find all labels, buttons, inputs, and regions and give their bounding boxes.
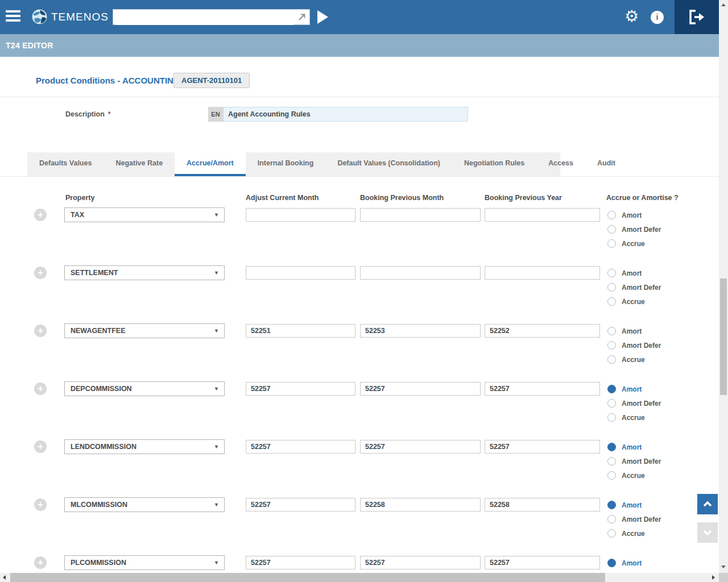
radio-amort-selected[interactable]: Amort [607, 442, 661, 452]
column-header-adjust-current-month: Adjust Current Month [246, 194, 318, 202]
tab-default-values-consolidation[interactable]: Default Values (Consolidation) [325, 152, 452, 176]
property-select[interactable]: LENDCOMMISSION ▼ [64, 439, 225, 454]
add-row-button[interactable]: + [34, 556, 47, 569]
booking-previous-month-input[interactable] [360, 324, 481, 338]
chevron-down-icon: ▼ [214, 382, 219, 396]
booking-previous-month-input[interactable] [360, 266, 481, 280]
property-select[interactable]: DEPCOMMISSION ▼ [64, 381, 225, 396]
adjust-current-month-input[interactable] [246, 498, 355, 512]
accrue-amortise-radio-group: Amort Amort Defer Accrue [607, 442, 661, 485]
temenos-globe-icon [31, 9, 48, 25]
scrollbar-right-arrow-icon[interactable] [712, 575, 715, 580]
radio-accrue[interactable]: Accrue [607, 413, 661, 422]
radio-amort-defer[interactable]: Amort Defer [607, 398, 661, 408]
radio-accrue[interactable]: Accrue [607, 239, 661, 248]
property-row: + NEWAGENTFEE ▼ Amort Amort Defer Accrue [0, 323, 719, 380]
radio-amort-defer[interactable]: Amort Defer [607, 282, 661, 292]
property-row: + MLCOMMISSION ▼ Amort Amort Defer Accru… [0, 497, 719, 554]
radio-amort-defer[interactable]: Amort Defer [607, 225, 661, 234]
booking-previous-month-input[interactable] [360, 382, 481, 396]
info-icon[interactable]: i [651, 11, 664, 24]
property-select-value: PLCOMMISSION [71, 556, 126, 569]
radio-amort-selected[interactable]: Amort [607, 500, 661, 510]
gear-icon[interactable]: ⚙ [624, 0, 639, 34]
tab-negotiation-rules[interactable]: Negotiation Rules [452, 152, 536, 176]
radio-accrue[interactable]: Accrue [607, 471, 661, 480]
booking-previous-month-input[interactable] [360, 556, 481, 569]
adjust-current-month-input[interactable] [246, 324, 355, 338]
go-button[interactable] [317, 10, 328, 24]
radio-circle [607, 355, 616, 364]
scrollbar-corner [719, 573, 728, 582]
tab-audit[interactable]: Audit [585, 152, 627, 176]
tab-strip: Defaults Values Negative Rate Accrue/Amo… [27, 152, 560, 176]
radio-amort-selected[interactable]: Amort [607, 558, 661, 568]
add-row-button[interactable]: + [34, 440, 47, 453]
scrollbar-up-arrow-icon[interactable] [721, 3, 726, 6]
scrollbar-left-arrow-icon[interactable] [3, 575, 6, 580]
booking-previous-month-input[interactable] [360, 498, 481, 512]
divider [0, 176, 719, 177]
adjust-current-month-input[interactable] [246, 266, 355, 280]
horizontal-scrollbar[interactable] [0, 573, 719, 582]
add-row-button[interactable]: + [34, 209, 47, 221]
vertical-scrollbar[interactable] [719, 0, 728, 573]
adjust-current-month-input[interactable] [246, 208, 355, 222]
booking-previous-month-input[interactable] [360, 440, 481, 454]
chevron-down-icon [701, 526, 714, 539]
radio-amort-selected[interactable]: Amort [607, 384, 661, 394]
radio-amort[interactable]: Amort [607, 268, 661, 278]
booking-previous-year-input[interactable] [485, 208, 600, 222]
radio-amort-defer[interactable]: Amort Defer [607, 456, 661, 466]
expand-arrow-icon[interactable] [297, 13, 307, 22]
adjust-current-month-input[interactable] [246, 382, 355, 396]
property-select[interactable]: NEWAGENTFEE ▼ [64, 323, 225, 338]
chevron-down-icon: ▼ [214, 440, 219, 454]
horizontal-scrollbar-thumb[interactable] [10, 573, 605, 582]
command-search-box [113, 9, 310, 25]
booking-previous-year-input[interactable] [485, 498, 600, 512]
menu-icon[interactable] [6, 10, 20, 24]
booking-previous-month-input[interactable] [360, 208, 481, 222]
booking-previous-year-input[interactable] [485, 266, 600, 280]
add-row-button[interactable]: + [34, 267, 47, 279]
add-row-button[interactable]: + [34, 325, 47, 337]
tab-internal-booking[interactable]: Internal Booking [246, 152, 326, 176]
radio-amort[interactable]: Amort [607, 326, 661, 336]
scroll-to-top-button[interactable] [697, 494, 718, 514]
radio-amort-defer[interactable]: Amort Defer [607, 340, 661, 350]
property-select[interactable]: PLCOMMISSION ▼ [64, 555, 225, 570]
tab-accrue-amort[interactable]: Accrue/Amort [175, 152, 246, 176]
booking-previous-year-input[interactable] [485, 556, 600, 569]
radio-accrue[interactable]: Accrue [607, 297, 661, 306]
record-id-badge: AGENT-20110101 [173, 73, 250, 88]
booking-previous-year-input[interactable] [485, 382, 600, 396]
vertical-scrollbar-thumb[interactable] [720, 278, 727, 395]
plus-icon: + [38, 441, 43, 452]
tab-defaults-values[interactable]: Defaults Values [27, 152, 104, 176]
chevron-up-icon [701, 497, 714, 511]
property-select[interactable]: SETTLEMENT ▼ [64, 265, 225, 280]
add-row-button[interactable]: + [34, 498, 47, 511]
scroll-down-button[interactable] [697, 522, 718, 543]
column-header-accrue-or-amortise: Accrue or Amortise ? [606, 194, 679, 202]
sign-out-button[interactable] [675, 0, 719, 34]
search-input[interactable] [115, 10, 294, 25]
adjust-current-month-input[interactable] [246, 440, 355, 454]
property-select[interactable]: MLCOMMISSION ▼ [64, 497, 225, 512]
tab-access[interactable]: Access [536, 152, 585, 176]
property-select[interactable]: TAX ▼ [64, 207, 225, 222]
radio-amort[interactable]: Amort [607, 210, 661, 220]
tab-negative-rate[interactable]: Negative Rate [104, 152, 175, 176]
booking-previous-year-input[interactable] [485, 440, 600, 454]
radio-accrue[interactable]: Accrue [607, 529, 661, 538]
adjust-current-month-input[interactable] [246, 556, 355, 569]
booking-previous-year-input[interactable] [485, 324, 600, 338]
description-input[interactable] [223, 107, 468, 122]
radio-circle [607, 211, 616, 219]
divider [0, 97, 719, 97]
radio-accrue[interactable]: Accrue [607, 355, 661, 364]
add-row-button[interactable]: + [34, 383, 47, 395]
scrollbar-down-arrow-icon[interactable] [721, 566, 726, 568]
radio-amort-defer[interactable]: Amort Defer [607, 514, 661, 524]
